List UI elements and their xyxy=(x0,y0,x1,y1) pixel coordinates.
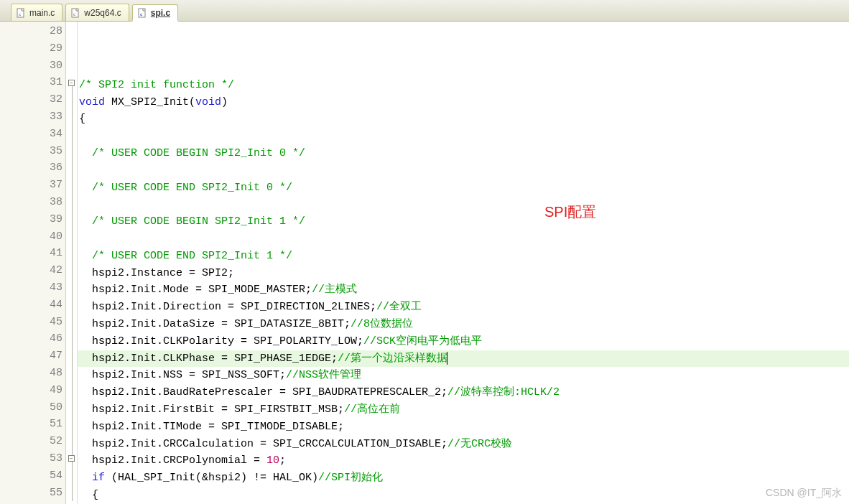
fold-cell xyxy=(66,143,77,160)
code-token: if xyxy=(92,472,105,484)
code-token: hspi2.Init.Direction = SPI_DIRECTION_2LI… xyxy=(79,301,376,313)
fold-cell xyxy=(66,467,77,485)
line-number: 29 xyxy=(0,40,65,57)
code-token: //8位数据位 xyxy=(351,318,413,330)
line-number: 44 xyxy=(0,297,65,314)
code-line[interactable] xyxy=(78,128,849,145)
code-line[interactable] xyxy=(78,196,849,213)
fold-cell[interactable]: − xyxy=(66,450,77,467)
code-token: /* USER CODE BEGIN SPI2_Init 0 */ xyxy=(92,147,305,159)
line-number: 46 xyxy=(0,330,65,347)
line-number-gutter: 2829303132333435363738394041424344454647… xyxy=(0,22,66,504)
fold-toggle-icon[interactable]: − xyxy=(68,80,75,86)
line-number: 32 xyxy=(0,91,65,108)
tab-w25q64-c[interactable]: cw25q64.c xyxy=(65,4,129,21)
code-token: hspi2.Instance = SPI2; xyxy=(79,267,234,279)
code-line[interactable]: /* USER CODE BEGIN SPI2_Init 1 */ xyxy=(78,213,849,230)
code-token: //主模式 xyxy=(312,284,357,296)
fold-cell xyxy=(66,314,77,331)
code-editor[interactable]: 2829303132333435363738394041424344454647… xyxy=(0,22,849,504)
code-line[interactable]: hspi2.Init.Mode = SPI_MODE_MASTER;//主模式 xyxy=(78,281,849,299)
code-token: //波特率控制:HCLK/2 xyxy=(447,386,560,398)
line-number: 40 xyxy=(0,228,65,246)
code-token: hspi2.Init.CLKPolarity = SPI_POLARITY_LO… xyxy=(79,335,363,347)
tab-label: spi.c xyxy=(151,8,170,18)
fold-column[interactable]: −− xyxy=(66,22,78,504)
fold-cell xyxy=(66,91,77,108)
line-number: 37 xyxy=(0,177,65,194)
code-line[interactable] xyxy=(78,60,849,77)
fold-cell xyxy=(66,382,77,399)
fold-cell xyxy=(66,245,77,262)
code-token: hspi2.Init.CRCCalculation = SPI_CRCCALCU… xyxy=(79,438,447,450)
code-token: void xyxy=(79,96,105,108)
svg-text:c: c xyxy=(73,12,75,17)
line-number: 38 xyxy=(0,194,65,211)
line-number: 35 xyxy=(0,143,65,160)
fold-toggle-icon[interactable]: − xyxy=(68,455,75,462)
code-line[interactable]: hspi2.Instance = SPI2; xyxy=(78,265,849,282)
line-number: 53 xyxy=(0,450,65,467)
code-token: hspi2.Init.NSS = SPI_NSS_SOFT; xyxy=(79,369,286,381)
code-line[interactable]: if (HAL_SPI_Init(&hspi2) != HAL_OK)//SPI… xyxy=(78,470,849,487)
code-line[interactable]: hspi2.Init.CRCPolynomial = 10; xyxy=(78,452,849,470)
code-line[interactable]: /* USER CODE END SPI2_Init 1 */ xyxy=(78,248,849,265)
code-line[interactable]: { xyxy=(78,111,849,128)
code-token xyxy=(79,215,92,228)
line-number: 45 xyxy=(0,314,65,331)
line-number: 36 xyxy=(0,159,65,177)
code-line[interactable]: hspi2.Init.CRCCalculation = SPI_CRCCALCU… xyxy=(78,436,849,453)
line-number: 30 xyxy=(0,57,65,75)
tab-spi-c[interactable]: cspi.c xyxy=(132,4,178,22)
code-token: /* USER CODE BEGIN SPI2_Init 1 */ xyxy=(92,215,305,228)
code-token: hspi2.Init.CRCPolynomial = xyxy=(79,454,266,467)
code-line[interactable]: hspi2.Init.TIMode = SPI_TIMODE_DISABLE; xyxy=(78,419,849,436)
tab-main-c[interactable]: cmain.c xyxy=(11,4,62,21)
code-line[interactable]: /* SPI2 init function */ xyxy=(78,77,849,94)
line-number: 48 xyxy=(0,365,65,382)
fold-cell xyxy=(66,262,77,279)
code-line[interactable]: { xyxy=(78,487,849,504)
code-token: hspi2.Init.DataSize = SPI_DATASIZE_8BIT; xyxy=(79,318,351,330)
line-number: 33 xyxy=(0,108,65,126)
fold-cell[interactable]: − xyxy=(66,74,77,91)
code-line[interactable]: /* USER CODE BEGIN SPI2_Init 0 */ xyxy=(78,145,849,162)
fold-cell xyxy=(66,228,77,246)
code-line[interactable]: hspi2.Init.CLKPhase = SPI_PHASE_1EDGE;//… xyxy=(78,350,849,368)
code-line[interactable]: void MX_SPI2_Init(void) xyxy=(78,94,849,111)
code-token: ) xyxy=(221,96,228,108)
fold-cell xyxy=(66,365,77,382)
text-caret xyxy=(447,352,447,365)
code-token: hspi2.Init.TIMode = SPI_TIMODE_DISABLE; xyxy=(79,421,344,433)
code-token: 10 xyxy=(266,454,279,467)
code-token xyxy=(79,250,92,262)
code-token: hspi2.Init.CLKPhase = SPI_PHASE_1EDGE; xyxy=(79,353,338,365)
c-file-icon: c xyxy=(137,8,147,18)
code-line[interactable]: hspi2.Init.DataSize = SPI_DATASIZE_8BIT;… xyxy=(78,316,849,333)
code-line[interactable]: hspi2.Init.FirstBit = SPI_FIRSTBIT_MSB;/… xyxy=(78,401,849,419)
line-number: 41 xyxy=(0,245,65,262)
code-line[interactable] xyxy=(78,162,849,179)
fold-cell xyxy=(66,279,77,297)
code-token: (HAL_SPI_Init(&hspi2) != HAL_OK) xyxy=(105,472,318,484)
code-line[interactable]: hspi2.Init.CLKPolarity = SPI_POLARITY_LO… xyxy=(78,333,849,350)
fold-cell xyxy=(66,347,77,365)
fold-cell xyxy=(66,159,77,177)
fold-cell xyxy=(66,433,77,450)
fold-cell xyxy=(66,23,77,40)
line-number: 52 xyxy=(0,433,65,450)
fold-cell xyxy=(66,297,77,314)
code-token: { xyxy=(79,489,98,501)
tab-label: w25q64.c xyxy=(84,8,121,18)
code-area[interactable]: SPI配置 /* SPI2 init function */void MX_SP… xyxy=(78,22,849,504)
code-token: //无CRC校验 xyxy=(447,438,512,450)
line-number: 54 xyxy=(0,467,65,485)
code-line[interactable]: hspi2.Init.Direction = SPI_DIRECTION_2LI… xyxy=(78,299,849,316)
code-token: hspi2.Init.FirstBit = SPI_FIRSTBIT_MSB; xyxy=(79,403,344,416)
tab-bar: cmain.ccw25q64.ccspi.c xyxy=(0,0,849,22)
code-line[interactable] xyxy=(78,230,849,248)
code-line[interactable]: hspi2.Init.NSS = SPI_NSS_SOFT;//NSS软件管理 xyxy=(78,367,849,384)
code-token: void xyxy=(195,96,221,108)
code-line[interactable]: /* USER CODE END SPI2_Init 0 */ xyxy=(78,179,849,197)
code-line[interactable]: hspi2.Init.BaudRatePrescaler = SPI_BAUDR… xyxy=(78,384,849,401)
